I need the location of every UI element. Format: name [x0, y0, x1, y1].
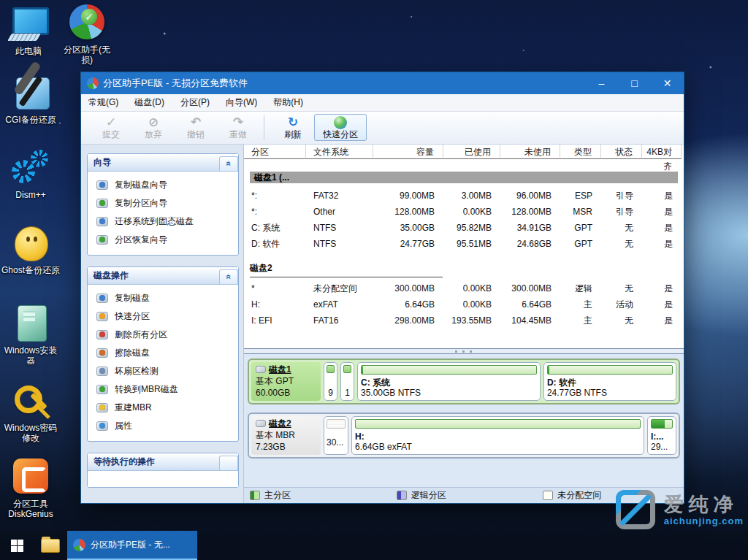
partition-cell: 6.64GB — [373, 296, 443, 312]
partition-block[interactable]: D: 软件24.77GB NTFS — [543, 362, 676, 401]
file-explorer-button[interactable] — [34, 531, 67, 560]
maximize-button[interactable]: □ — [618, 72, 651, 94]
partition-cell: 未分配空间 — [306, 280, 373, 296]
sidebar-item[interactable]: 分区恢复向导 — [92, 231, 235, 249]
dism-gears-shortcut[interactable]: Dism++ — [0, 148, 61, 200]
partition-block[interactable]: H:6.64GB exFAT — [351, 416, 644, 455]
disk-label[interactable]: 磁盘1基本 GPT60.00GB — [251, 362, 321, 401]
partition-block[interactable]: 1 — [340, 362, 354, 401]
collapse-button[interactable]: « — [219, 269, 238, 284]
sidebar-item-label: 分区恢复向导 — [115, 234, 167, 246]
sidebar-item-label: 擦除磁盘 — [115, 347, 150, 359]
splitter-handle[interactable] — [244, 348, 684, 354]
close-button[interactable]: ✕ — [651, 72, 684, 94]
sidebar-item[interactable]: 擦除磁盘 — [92, 344, 235, 362]
partition-cell: NTFS — [306, 236, 373, 252]
partition-cell: 无 — [601, 312, 642, 329]
sidebar-item-label: 删除所有分区 — [115, 329, 167, 341]
unallocated-hatch-icon — [327, 419, 346, 429]
sidebar-panel-title: 磁盘操作 — [94, 269, 129, 282]
cgi-backup-shortcut[interactable]: CGI备份还原 — [0, 73, 61, 125]
partition-row[interactable]: C: 系统NTFS35.00GB95.82MB34.91GBGPT无是 — [244, 220, 684, 236]
column-header: 分区 — [244, 145, 306, 159]
partition-row[interactable]: H:exFAT6.64GB0.00KB6.64GB主活动是 — [244, 296, 684, 312]
partition-block[interactable]: C: 系统35.00GB NTFS — [357, 362, 541, 401]
computer-shortcut[interactable]: 此电脑 — [1, 4, 56, 56]
menu-general[interactable]: 常规(G) — [88, 96, 118, 109]
sidebar-item-label: 迁移系统到固态磁盘 — [115, 215, 194, 228]
partition-row[interactable]: *未分配空间300.00MB0.00KB300.00MB逻辑无是 — [244, 280, 684, 296]
window-controls: – □ ✕ — [585, 72, 684, 94]
quick-partition-button[interactable]: 快速分区 — [314, 114, 367, 141]
refresh-button[interactable]: ↻刷新 — [272, 114, 314, 141]
unallocated-block[interactable]: 30... — [324, 416, 348, 455]
partition-row[interactable]: *:Other128.00MB0.00KB128.00MBMSR引导是 — [244, 204, 684, 220]
sidebar-item[interactable]: 重建MBR — [92, 399, 235, 417]
partition-cell: 主 — [560, 296, 601, 312]
diskgenius-shortcut[interactable]: 分区工具DiskGenius — [0, 457, 61, 519]
partition-assistant-shortcut[interactable]: 分区助手(无损) — [58, 3, 115, 65]
partition-block-subtitle: 24.77GB NTFS — [547, 388, 673, 398]
sidebar-item-label: 重建MBR — [115, 402, 152, 414]
disk-group-header[interactable]: 磁盘2 — [250, 262, 678, 277]
partition-cell: 24.68GB — [500, 236, 560, 252]
partition-cell: 引导 — [601, 188, 642, 204]
partition-block-title: D: 软件 — [547, 377, 673, 388]
main-area: 向导«复制磁盘向导复制分区向导迁移系统到固态磁盘分区恢复向导磁盘操作«复制磁盘快… — [81, 145, 684, 503]
sidebar-item[interactable]: 复制磁盘向导 — [92, 176, 235, 194]
copy-disk-icon — [96, 294, 108, 303]
usage-bar — [355, 419, 641, 429]
disk-label[interactable]: 磁盘2基本 MBR7.23GB — [251, 416, 321, 455]
disk-map: 磁盘1基本 GPT60.00GB91C: 系统35.00GB NTFSD: 软件… — [244, 354, 684, 487]
partition-recovery-wizard-icon — [96, 235, 108, 245]
partition-row[interactable]: *:FAT3299.00MB3.00MB96.00MBESP引导是 — [244, 188, 684, 204]
menu-partition[interactable]: 分区(P) — [180, 96, 210, 109]
ghost-backup-shortcut[interactable]: Ghost备份还原 — [0, 223, 61, 275]
disk-group-header[interactable]: 磁盘1 (... — [250, 172, 678, 183]
partition-cell: 99.00MB — [373, 188, 443, 204]
partition-cell: C: 系统 — [244, 220, 306, 236]
sidebar-item[interactable]: 快速分区 — [92, 307, 235, 326]
password-key-icon — [10, 381, 51, 421]
partition-cell: 95.82MB — [443, 220, 500, 236]
partition-block-title: C: 系统 — [361, 377, 537, 388]
minimize-button[interactable]: – — [585, 72, 618, 94]
desktop-icon-label: Windows安装器 — [0, 345, 61, 366]
toolbar: ✓提交⊘放弃↶撤销↷重做↻刷新快速分区 — [81, 112, 684, 145]
quick-partition-icon — [334, 116, 347, 129]
windows-installer-shortcut[interactable]: Windows安装器 — [0, 304, 61, 366]
cgi-backup-icon — [10, 73, 51, 112]
menu-wizard[interactable]: 向导(W) — [226, 96, 257, 109]
sidebar-item[interactable]: 复制分区向导 — [92, 194, 235, 212]
sidebar-item[interactable]: 迁移系统到固态磁盘 — [92, 212, 235, 231]
window-titlebar[interactable]: 分区助手PE版 - 无损分区免费软件 – □ ✕ — [81, 72, 684, 94]
menu-help[interactable]: 帮助(H) — [273, 96, 303, 109]
watermark: 爱纯净 aichunjing.com — [616, 490, 744, 529]
partition-cell: 是 — [642, 236, 682, 252]
partition-block[interactable]: 9 — [324, 362, 337, 401]
sidebar-item[interactable]: 复制磁盘 — [92, 289, 235, 307]
partition-block[interactable]: I:...29... — [647, 416, 676, 455]
partition-cell: FAT32 — [306, 188, 373, 204]
column-header: 4KB对齐 — [642, 145, 682, 159]
partition-block-subtitle: 29... — [651, 442, 673, 452]
start-button[interactable] — [0, 531, 34, 560]
sidebar-item[interactable]: 删除所有分区 — [92, 326, 235, 344]
menu-disk[interactable]: 磁盘(D) — [134, 96, 164, 109]
partition-cell: 是 — [642, 312, 682, 329]
sidebar-item[interactable]: 属性 — [92, 417, 235, 435]
collapse-button[interactable]: « — [219, 156, 238, 171]
collapse-button[interactable] — [219, 456, 238, 470]
partition-row[interactable]: I: EFIFAT16298.00MB193.55MB104.45MB主无是 — [244, 312, 684, 329]
sidebar-item[interactable]: 坏扇区检测 — [92, 362, 235, 380]
password-key-shortcut[interactable]: Windows密码修改 — [0, 381, 61, 443]
partition-row[interactable]: D: 软件NTFS24.77GB95.51MB24.68GBGPT无是 — [244, 236, 684, 252]
disk-map-row: 磁盘2基本 MBR7.23GB30...H:6.64GB exFATI:...2… — [248, 413, 680, 459]
partition-block-label: 9 — [328, 388, 333, 398]
refresh-icon: ↻ — [272, 115, 313, 129]
taskbar-task-partition-assistant[interactable]: 分区助手PE版 - 无... — [67, 531, 197, 560]
partition-cell: 95.51MB — [443, 236, 500, 252]
legend-label: 主分区 — [264, 489, 291, 502]
sidebar-item[interactable]: 转换到MBR磁盘 — [92, 380, 235, 399]
partition-cell: 主 — [560, 312, 601, 329]
